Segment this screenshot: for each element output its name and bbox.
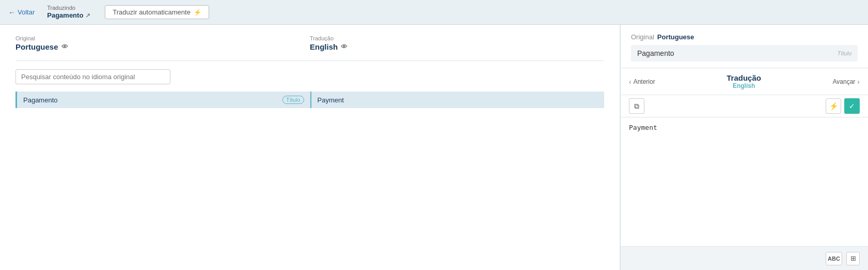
next-label: Avançar: [833, 78, 856, 85]
translating-small-label: Traduzindo: [47, 4, 90, 11]
prev-label: Anterior: [634, 78, 655, 85]
translation-center: Tradução English: [727, 73, 761, 89]
search-input[interactable]: [15, 69, 170, 84]
chevron-right-icon: ›: [857, 78, 860, 86]
auto-translate-label: Traduzir automaticamente: [113, 8, 191, 16]
original-text: Pagamento: [23, 96, 58, 104]
translation-heading: Tradução: [727, 73, 761, 82]
right-action-buttons: ⚡ ✓: [826, 98, 860, 114]
auto-fill-button[interactable]: ⚡: [826, 98, 841, 114]
original-label: Original: [15, 35, 310, 41]
copy-button[interactable]: ⧉: [629, 98, 644, 114]
orig-value-row: Pagamento Título: [631, 45, 858, 62]
right-panel: Original Portuguese Pagamento Título ‹ A…: [620, 25, 868, 270]
copy-icon: ⧉: [634, 102, 639, 111]
translation-lang-col: Tradução English 👁: [310, 35, 604, 51]
left-panel: Original Portuguese 👁 Tradução English 👁…: [0, 25, 620, 270]
prev-button[interactable]: ‹ Anterior: [629, 78, 655, 86]
page-name-text: Pagamento: [47, 11, 83, 20]
orig-label-row: Original Portuguese: [631, 33, 858, 41]
original-lang-col: Original Portuguese 👁: [15, 35, 310, 51]
orig-value: Pagamento: [637, 49, 674, 57]
right-original-section: Original Portuguese Pagamento Título: [621, 25, 868, 68]
right-original-label: Original: [631, 33, 654, 41]
external-link-icon[interactable]: ↗: [85, 12, 90, 20]
badge-titulo: Título: [282, 96, 304, 104]
translation-nav: ‹ Anterior Tradução English Avançar ›: [621, 68, 868, 95]
top-bar: ← Voltar Traduzindo Pagamento ↗ Traduzir…: [0, 0, 868, 25]
spellcheck-button[interactable]: ABC: [826, 252, 842, 265]
grid-icon: ⊞: [850, 254, 856, 262]
bolt-action-icon: ⚡: [829, 102, 838, 110]
textarea-area: Payment: [621, 117, 868, 246]
confirm-button[interactable]: ✓: [844, 98, 860, 114]
check-icon: ✓: [849, 102, 855, 110]
translation-label: Tradução: [310, 35, 604, 41]
lang-headers: Original Portuguese 👁 Tradução English 👁: [15, 35, 604, 51]
original-cell: Pagamento Título: [17, 92, 311, 108]
auto-translate-button[interactable]: Traduzir automaticamente ⚡: [105, 5, 209, 19]
right-bottom-toolbar: ABC ⊞: [621, 246, 868, 270]
right-translation-section: ‹ Anterior Tradução English Avançar › ⧉: [621, 68, 868, 246]
back-arrow-icon: ←: [8, 8, 15, 17]
translation-text: Payment: [318, 96, 344, 104]
translation-eye-icon[interactable]: 👁: [341, 43, 348, 51]
main-layout: Original Portuguese 👁 Tradução English 👁…: [0, 25, 868, 270]
table-row[interactable]: Pagamento Título Payment: [15, 92, 604, 108]
chevron-left-icon: ‹: [629, 78, 632, 86]
translation-lang-display: English: [727, 82, 761, 89]
back-button[interactable]: ← Voltar: [8, 8, 35, 17]
bolt-icon: ⚡: [194, 9, 201, 16]
translation-lang-name: English: [310, 42, 338, 51]
translation-cell: Payment: [311, 92, 605, 108]
abc-icon: ABC: [828, 256, 840, 262]
translating-info: Traduzindo Pagamento ↗: [47, 4, 90, 20]
back-label[interactable]: Voltar: [18, 8, 35, 16]
original-lang-name: Portuguese: [15, 42, 58, 51]
action-row: ⧉ ⚡ ✓: [621, 95, 868, 117]
grid-button[interactable]: ⊞: [846, 252, 860, 265]
original-eye-icon[interactable]: 👁: [61, 43, 68, 51]
right-original-lang: Portuguese: [657, 33, 695, 41]
field-type: Título: [837, 50, 851, 56]
lang-divider: [15, 61, 604, 61]
next-button[interactable]: Avançar ›: [833, 78, 860, 86]
translation-textarea[interactable]: Payment: [629, 124, 860, 191]
